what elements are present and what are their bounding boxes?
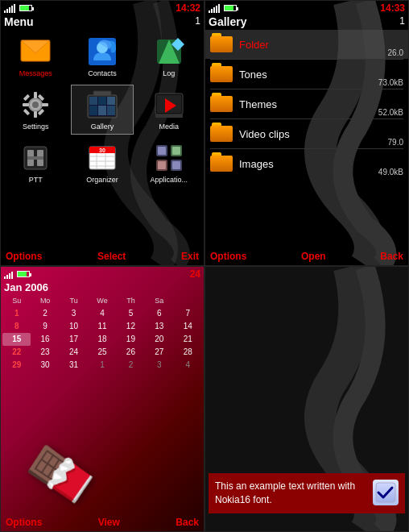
menu-item-gallery[interactable]: Gallery: [71, 85, 134, 135]
cal-header-row: Su Mo Tu We Th Sa: [2, 294, 202, 307]
cal-29[interactable]: 29: [2, 359, 31, 372]
log-icon: [153, 35, 185, 68]
videoclips-size: 79.0: [388, 138, 403, 147]
options-button-2[interactable]: Options: [210, 251, 246, 262]
cal-1[interactable]: 1: [2, 307, 31, 320]
ptt-icon: [19, 142, 52, 174]
cal-7[interactable]: 7: [174, 307, 202, 320]
cal-row-3: 15 16 17 18 19 20 21: [2, 333, 202, 346]
themes-size: 52.0kB: [378, 108, 403, 117]
folder-icon-5: [210, 152, 233, 175]
example-text: This an example text written with Nokia1…: [215, 480, 366, 507]
checkbox-icon: [373, 480, 399, 505]
cal-26[interactable]: 26: [117, 346, 145, 359]
cal-31[interactable]: 31: [60, 359, 88, 372]
cal-4[interactable]: 4: [88, 307, 116, 320]
svg-rect-32: [27, 156, 43, 160]
folder-icon-3: [210, 93, 233, 115]
gallery-item-videoclips[interactable]: Video clips 79.0: [205, 119, 408, 148]
cal-6[interactable]: 6: [145, 307, 173, 320]
cal-28[interactable]: 28: [174, 346, 202, 359]
menu-item-settings[interactable]: Settings: [4, 85, 68, 135]
cal-15[interactable]: 15: [2, 333, 31, 346]
cal-5[interactable]: 5: [117, 307, 145, 320]
cal-21[interactable]: 21: [174, 333, 202, 346]
signal-icon: [4, 3, 15, 13]
cal-header-sa: Sa: [145, 294, 173, 307]
gallery-item-tones[interactable]: Tones 73.0kB: [205, 60, 408, 89]
cal-30[interactable]: 30: [31, 359, 59, 372]
folder-size: 26.0: [388, 48, 403, 57]
menu-item-contacts[interactable]: Contacts: [71, 31, 134, 81]
cal-header-extra: [174, 294, 202, 307]
cal-header-we: We: [88, 294, 116, 307]
menu-title: Menu: [4, 15, 34, 28]
signal-icon-3: [4, 269, 13, 279]
select-button-1[interactable]: Select: [97, 251, 126, 262]
cal-11[interactable]: 11: [88, 320, 116, 333]
calendar-grid: Su Mo Tu We Th Sa 1 2 3 4 5 6 7 8 9 10 1…: [2, 294, 202, 372]
cal-header-su: Su: [2, 294, 31, 307]
menu-item-messages[interactable]: Messages: [4, 31, 68, 81]
bottom-bar-1: Options Select Exit: [1, 247, 204, 265]
cal-22[interactable]: 22: [2, 346, 31, 359]
images-size: 49.0kB: [378, 168, 403, 177]
folder-name: Folder: [239, 39, 403, 51]
heart-decoration: 🍫: [20, 435, 101, 513]
options-button-1[interactable]: Options: [6, 251, 42, 262]
time-display-3: 24: [190, 268, 200, 280]
svg-point-7: [32, 102, 39, 108]
media-label: Media: [159, 123, 179, 131]
svg-rect-9: [34, 111, 37, 118]
ptt-label: PTT: [29, 176, 43, 184]
status-left-3: [4, 269, 30, 279]
cal-14[interactable]: 14: [174, 320, 202, 333]
cal-27[interactable]: 27: [145, 346, 173, 359]
cal-2[interactable]: 2: [31, 307, 59, 320]
cal-9[interactable]: 9: [31, 320, 59, 333]
menu-item-log[interactable]: Log: [137, 31, 200, 81]
status-bar-2: 14:33: [205, 1, 408, 15]
svg-rect-28: [155, 114, 183, 118]
exit-button-1[interactable]: Exit: [181, 251, 199, 262]
cal-23[interactable]: 23: [31, 346, 59, 359]
menu-grid: Messages Contacts: [1, 28, 204, 191]
cal-12[interactable]: 12: [117, 320, 145, 333]
svg-rect-24: [93, 91, 111, 96]
gallery-item-themes[interactable]: Themes 52.0kB: [205, 89, 408, 118]
cal-10[interactable]: 10: [60, 320, 88, 333]
menu-item-media[interactable]: Media: [137, 85, 200, 135]
back-button-2[interactable]: Back: [380, 251, 403, 262]
contacts-icon: [86, 35, 118, 68]
menu-item-apps[interactable]: Applicatio...: [137, 138, 200, 188]
battery-icon-3: [17, 271, 30, 277]
cal-25[interactable]: 25: [88, 346, 116, 359]
battery-icon-2: [224, 5, 237, 11]
view-button-3[interactable]: View: [98, 517, 120, 528]
status-bar-1: 14:32: [1, 1, 204, 15]
log-label: Log: [163, 69, 175, 77]
cal-18[interactable]: 18: [88, 333, 116, 346]
cal-19[interactable]: 19: [117, 333, 145, 346]
menu-item-organizer[interactable]: 30 Organizer: [71, 138, 134, 188]
gallery-item-folder[interactable]: Folder 26.0: [205, 30, 408, 59]
cal-header-mo: Mo: [31, 294, 59, 307]
menu-count: 1: [195, 15, 200, 27]
back-button-3[interactable]: Back: [176, 517, 199, 528]
cal-8[interactable]: 8: [2, 320, 31, 333]
svg-rect-46: [172, 147, 180, 155]
videoclips-name: Video clips: [239, 128, 403, 140]
cal-16[interactable]: 16: [31, 333, 59, 346]
open-button-2[interactable]: Open: [301, 251, 326, 262]
gallery-item-images[interactable]: Images 49.0kB: [205, 149, 408, 178]
svg-rect-47: [158, 161, 166, 169]
cal-13[interactable]: 13: [145, 320, 173, 333]
cal-17[interactable]: 17: [60, 333, 88, 346]
gallery-count: 1: [399, 15, 405, 27]
menu-item-ptt[interactable]: PTT: [4, 138, 68, 188]
options-button-3[interactable]: Options: [6, 517, 42, 528]
cal-3[interactable]: 3: [60, 307, 88, 320]
cal-24[interactable]: 24: [60, 346, 88, 359]
status-bar-3: 24: [1, 267, 204, 281]
cal-20[interactable]: 20: [145, 333, 173, 346]
